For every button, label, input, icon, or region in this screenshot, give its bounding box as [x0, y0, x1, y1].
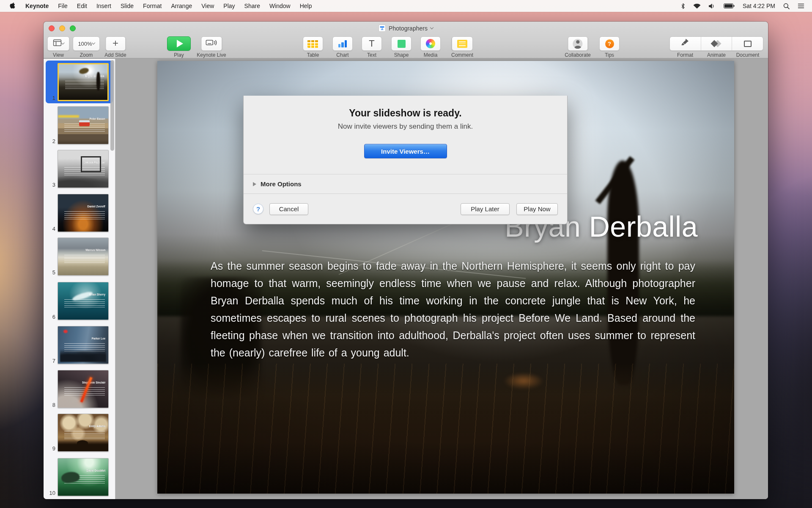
menu-item-file[interactable]: File [53, 0, 72, 12]
comment-note-icon [457, 40, 467, 48]
slide-thumbnail-3[interactable]: Jakson Paclebar [58, 150, 109, 188]
volume-icon[interactable] [709, 3, 716, 9]
thumbnail-text-lines [64, 167, 104, 177]
bluetooth-icon[interactable] [681, 3, 685, 9]
play-later-button[interactable]: Play Later [461, 203, 510, 215]
slide-row-3: 3 Jakson Paclebar [44, 150, 115, 188]
slide-thumbnail-6[interactable]: Brian Sherry [58, 282, 109, 320]
sheet-title: Your slideshow is ready. [244, 96, 567, 119]
slide-thumbnail-2[interactable]: Peter Eason [58, 106, 109, 144]
question-mark-icon: ? [605, 39, 614, 48]
keynote-live-icon [206, 39, 217, 48]
toolbar-zoom-button[interactable]: 100% Zoom [73, 36, 100, 58]
shape-icon [398, 40, 406, 48]
toolbar-keynote-live-button[interactable]: Keynote Live [197, 36, 226, 58]
menu-item-play[interactable]: Play [219, 0, 239, 12]
menu-item-keynote[interactable]: Keynote [21, 0, 53, 12]
notification-center-icon[interactable] [798, 3, 804, 8]
wifi-icon[interactable] [693, 3, 701, 9]
menu-item-view[interactable]: View [197, 0, 219, 12]
inspector-button-group: Format Animate Document [669, 36, 763, 58]
menu-item-slide[interactable]: Slide [116, 0, 138, 12]
toolbar-shape-button[interactable]: Shape [391, 36, 411, 58]
toolbar-chart-button[interactable]: Chart [332, 36, 353, 58]
slide-thumbnail-9[interactable]: Eddy Adams [58, 414, 109, 452]
cancel-button[interactable]: Cancel [269, 203, 308, 215]
slide-thumbnail-8[interactable]: Stephanie Sinclair [58, 370, 109, 408]
document-proxy-icon[interactable] [379, 25, 386, 32]
slide-row-9: 9 Eddy Adams [44, 414, 115, 452]
toolbar-media-button[interactable]: Media [420, 36, 441, 58]
menu-bar-status: Sat 4:22 PM [681, 3, 812, 9]
menu-bar-clock[interactable]: Sat 4:22 PM [743, 3, 775, 9]
play-icon [177, 40, 183, 47]
slide-row-6: 6 Brian Sherry [44, 282, 115, 320]
help-button[interactable]: ? [253, 204, 263, 214]
invite-viewers-button[interactable]: Invite Viewers… [364, 144, 447, 158]
toolbar-text-button[interactable]: T Text [362, 36, 382, 58]
window-title-row: Photographers [44, 25, 768, 32]
slide-number: 8 [44, 402, 55, 408]
slide-row-2: 2 Peter Eason [44, 106, 115, 144]
more-options-row[interactable]: More Options [244, 174, 567, 193]
thumbnail-text-lines [64, 343, 104, 353]
thumbnail-text-lines [64, 299, 104, 309]
menu-item-arrange[interactable]: Arrange [166, 0, 197, 12]
apple-menu[interactable] [7, 0, 21, 12]
slide-thumbnail-5[interactable]: Marcus Nilsson [58, 237, 109, 276]
menu-item-edit[interactable]: Edit [72, 0, 92, 12]
title-chevron-down-icon[interactable] [430, 25, 433, 29]
person-icon [573, 39, 583, 49]
thumbnail-text-lines [64, 255, 104, 264]
chevron-down-icon [61, 41, 64, 44]
thumbnail-text-lines [64, 124, 104, 133]
menu-item-help[interactable]: Help [295, 0, 317, 12]
slide-number: 9 [44, 445, 55, 452]
slide-thumbnail-4[interactable]: Daniel Zvereff [58, 194, 109, 232]
battery-icon[interactable] [724, 3, 735, 8]
thumbnail-text-lines [64, 475, 104, 485]
menu-bar-left: Keynote File Edit Insert Slide Format Ar… [0, 0, 317, 12]
slide-number: 2 [44, 138, 55, 144]
slide-thumbnail-1[interactable]: Bryan Derballa [58, 63, 109, 101]
toolbar-animate-button[interactable] [701, 37, 732, 50]
menu-item-format[interactable]: Format [138, 0, 166, 12]
document-icon [744, 41, 752, 47]
navigator-scrollbar-thumb[interactable] [110, 60, 114, 151]
plus-icon: + [112, 38, 118, 48]
slide-thumbnail-7[interactable]: Parker Lee [58, 326, 109, 364]
slide-navigator: 1 Bryan Derballa 2 Peter Eason 3 Jakson … [44, 59, 115, 499]
toolbar-play-button[interactable]: Play [167, 36, 191, 58]
slide-row-7: 7 Parker Lee [44, 326, 115, 364]
toolbar-table-button[interactable]: Table [303, 36, 323, 58]
slide-thumbnail-10[interactable]: David Doubilet [58, 458, 109, 496]
menu-bar: Keynote File Edit Insert Slide Format Ar… [0, 0, 812, 12]
sheet-footer: ? Cancel Play Later Play Now [244, 193, 567, 224]
window-chrome: Photographers View 100% Zoom + Add Slide… [44, 22, 768, 58]
spotlight-search-icon[interactable] [783, 3, 790, 9]
toolbar-format-button[interactable] [670, 37, 701, 50]
apple-icon [9, 2, 16, 10]
slide-number: 10 [44, 490, 55, 496]
play-now-button[interactable]: Play Now [516, 203, 558, 215]
toolbar-tips-button[interactable]: ? Tips [599, 36, 620, 58]
slide-body-text[interactable]: As the summer season begins to fade away… [211, 257, 695, 362]
menu-item-insert[interactable]: Insert [92, 0, 116, 12]
keynote-live-sheet: Your slideshow is ready. Now invite view… [243, 96, 568, 224]
slide-row-4: 4 Daniel Zvereff [44, 194, 115, 232]
window-content: 1 Bryan Derballa 2 Peter Eason 3 Jakson … [44, 59, 768, 499]
toolbar-add-slide-button[interactable]: + Add Slide [104, 36, 126, 58]
toolbar-collaborate-button[interactable]: Collaborate [565, 36, 590, 58]
menu-item-window[interactable]: Window [265, 0, 295, 12]
slide-number: 1 [44, 95, 55, 101]
slide-row-5: 5 Marcus Nilsson [44, 237, 115, 276]
table-icon [307, 40, 318, 48]
chart-icon [338, 40, 347, 47]
sheet-subtitle: Now invite viewers by sending them a lin… [244, 122, 567, 131]
toolbar-comment-button[interactable]: Comment [451, 36, 473, 58]
more-options-label: More Options [261, 180, 302, 188]
slide-number: 3 [44, 182, 55, 188]
toolbar-document-button[interactable] [732, 37, 763, 50]
menu-item-share[interactable]: Share [240, 0, 265, 12]
toolbar-view-button[interactable]: View [47, 36, 70, 58]
